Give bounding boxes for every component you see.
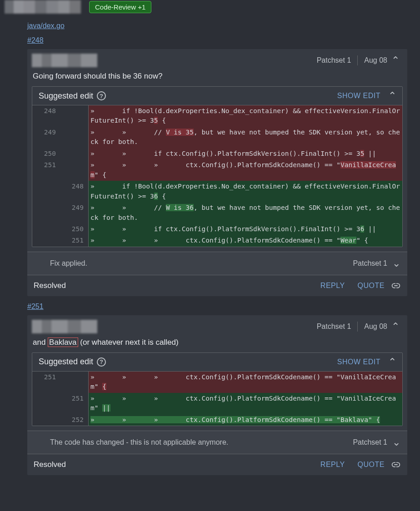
patchset-label: Patchset 1 <box>314 56 354 64</box>
link-icon[interactable] <box>391 281 401 291</box>
reply-row: The code has changed - this is not appli… <box>27 431 407 454</box>
avatar <box>5 0 81 14</box>
highlighted-word: Baklava <box>48 337 78 347</box>
reply-button[interactable]: REPLY <box>320 282 345 290</box>
date-label: Aug 08 <box>361 322 390 331</box>
show-edit-button[interactable]: SHOW EDIT <box>337 92 380 100</box>
help-icon[interactable]: ? <box>97 357 106 367</box>
reply-text: Fix applied. <box>33 259 87 268</box>
chevron-down-icon[interactable]: ⌄ <box>391 258 402 269</box>
quote-button[interactable]: QUOTE <box>358 282 385 290</box>
diff-view: 251» » » ctx.Config().PlatformSdkCodenam… <box>32 372 402 426</box>
chevron-up-icon[interactable]: ⌃ <box>387 90 398 101</box>
chevron-up-icon[interactable]: ⌃ <box>390 55 401 66</box>
comment-thread-1: Patchset 1 Aug 08 ⌃ Going forward should… <box>27 49 407 296</box>
avatar <box>32 54 97 67</box>
suggested-edit-2: Suggested edit ? SHOW EDIT ⌃ 251» » » ct… <box>32 352 403 426</box>
show-edit-button[interactable]: SHOW EDIT <box>337 358 380 366</box>
file-link[interactable]: java/dex.go <box>27 22 65 30</box>
comment-text: Going forward should this be 36 now? <box>27 67 407 86</box>
quote-button[interactable]: QUOTE <box>358 461 385 469</box>
line-link-251[interactable]: #251 <box>27 303 44 311</box>
resolved-label: Resolved <box>34 281 66 290</box>
help-icon[interactable]: ? <box>97 91 106 100</box>
patchset-label: Patchset 1 <box>314 322 354 331</box>
line-link-248[interactable]: #248 <box>27 36 44 45</box>
action-row: Resolved REPLY QUOTE <box>27 454 407 475</box>
comment-thread-2: Patchset 1 Aug 08 ⌃ and Baklava (or what… <box>27 315 407 475</box>
patchset-label: Patchset 1 <box>353 438 387 447</box>
review-header: Code-Review +1 <box>0 0 420 14</box>
avatar <box>32 320 97 333</box>
chevron-up-icon[interactable]: ⌃ <box>387 357 398 367</box>
reply-row: Fix applied. Patchset 1 ⌄ <box>27 252 407 275</box>
reply-text: The code has changed - this is not appli… <box>33 438 228 447</box>
suggested-edit-title: Suggested edit <box>39 357 93 367</box>
suggested-edit-1: Suggested edit ? SHOW EDIT ⌃ 248» if !Bo… <box>32 86 403 247</box>
resolved-label: Resolved <box>34 460 66 469</box>
review-badge: Code-Review +1 <box>89 1 151 13</box>
reply-button[interactable]: REPLY <box>320 461 345 469</box>
comment-text: and Baklava (or whatever next it is call… <box>27 333 407 352</box>
comment-header: Patchset 1 Aug 08 ⌃ <box>27 49 407 67</box>
date-label: Aug 08 <box>361 56 390 64</box>
chevron-up-icon[interactable]: ⌃ <box>390 321 401 332</box>
link-icon[interactable] <box>391 460 401 470</box>
diff-view: 248» if !Bool(d.dexProperties.No_dex_con… <box>32 105 402 247</box>
chevron-down-icon[interactable]: ⌄ <box>391 437 402 448</box>
patchset-label: Patchset 1 <box>353 259 387 268</box>
suggested-edit-title: Suggested edit <box>39 91 93 101</box>
action-row: Resolved REPLY QUOTE <box>27 275 407 296</box>
comment-header: Patchset 1 Aug 08 ⌃ <box>27 315 407 333</box>
